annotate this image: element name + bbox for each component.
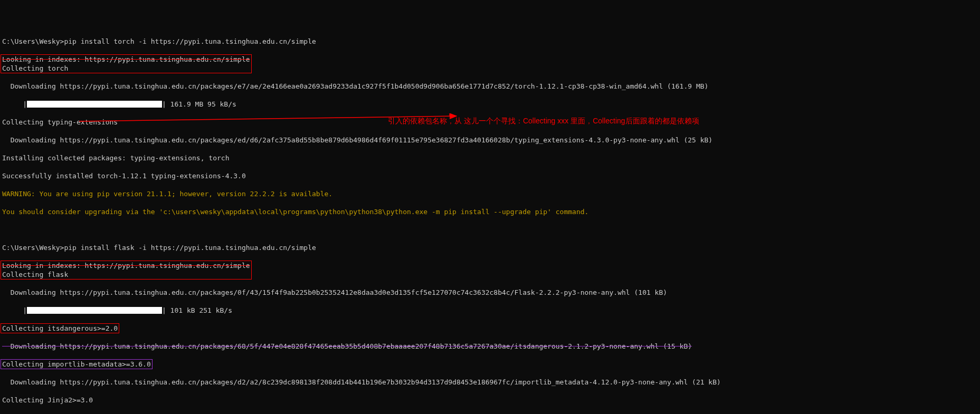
indexes-flask: Looking in indexes: https://pypi.tuna.ts…: [2, 261, 978, 279]
warning-version: WARNING: You are using pip version 21.1.…: [2, 189, 978, 198]
indexes-line: Looking in indexes: https://pypi.tuna.ts…: [2, 55, 978, 73]
warning-upgrade: You should consider upgrading via the 'c…: [2, 207, 978, 216]
progress-torch: || 161.9 MB 95 kB/s: [2, 100, 978, 109]
blank: [2, 225, 978, 234]
collecting-jinja: Collecting Jinja2>=3.0: [2, 396, 978, 405]
collecting-importlib: Collecting importlib-metadata>=3.6.0: [2, 360, 978, 369]
download-itsdangerous: Downloading https://pypi.tuna.tsinghua.e…: [2, 342, 978, 351]
collecting-itsdangerous: Collecting itsdangerous>=2.0: [2, 324, 978, 333]
download-importlib: Downloading https://pypi.tuna.tsinghua.e…: [2, 378, 978, 387]
prompt-line: C:\Users\Wesky>pip install torch -i http…: [2, 37, 978, 46]
annotation-text: 引入的依赖包名称，从 这儿一个个寻找：Collecting xxx 里面，Col…: [388, 117, 699, 126]
download-torch: Downloading https://pypi.tuna.tsinghua.e…: [2, 82, 978, 91]
download-flask: Downloading https://pypi.tuna.tsinghua.e…: [2, 288, 978, 297]
success-torch: Successfully installed torch-1.12.1 typi…: [2, 171, 978, 180]
prompt-flask: C:\Users\Wesky>pip install flask -i http…: [2, 243, 978, 252]
installing-torch: Installing collected packages: typing-ex…: [2, 153, 978, 162]
download-typing: Downloading https://pypi.tuna.tsinghua.e…: [2, 136, 978, 145]
progress-flask: || 101 kB 251 kB/s: [2, 306, 978, 315]
